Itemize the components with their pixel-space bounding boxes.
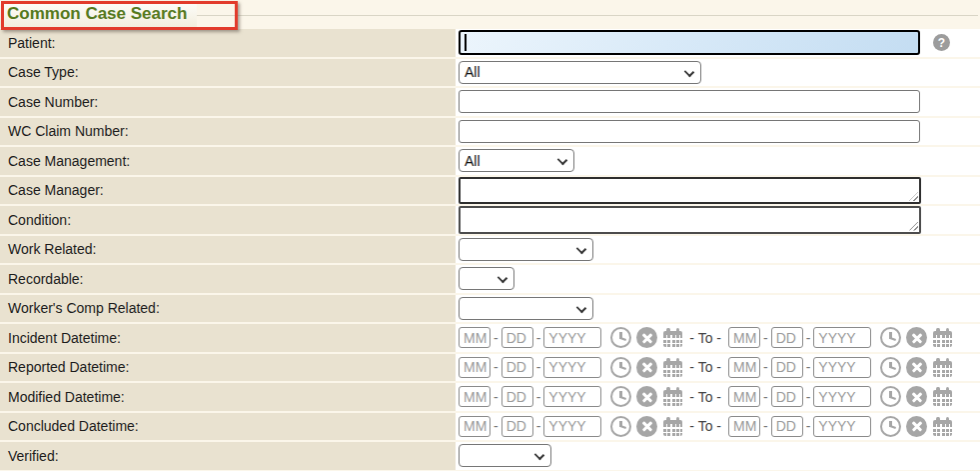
clock-icon[interactable] (880, 327, 901, 348)
clock-icon[interactable] (610, 327, 631, 348)
clear-circle-icon[interactable] (636, 327, 657, 348)
form-row-work-related: Work Related: (0, 236, 980, 264)
date-range-to-label: - To - (689, 389, 721, 405)
date-separator: - (536, 330, 541, 346)
field-cell (456, 236, 980, 264)
reported-datetime-to-group: - - (728, 357, 952, 378)
day-input[interactable] (771, 386, 803, 407)
clear-circle-icon[interactable] (636, 386, 657, 407)
month-input[interactable] (728, 327, 760, 348)
month-input[interactable] (459, 357, 490, 378)
calendar-icon[interactable] (933, 331, 952, 347)
incident-datetime-to-group: - - (728, 327, 952, 348)
date-separator: - (493, 418, 498, 434)
date-range-to-label: - To - (689, 359, 721, 375)
field-cell (456, 206, 980, 234)
condition-label: Condition: (8, 212, 71, 228)
date-separator: - (806, 330, 811, 346)
day-input[interactable] (501, 416, 533, 437)
clock-icon[interactable] (880, 357, 901, 378)
date-range-to-label: - To - (689, 418, 721, 434)
day-input[interactable] (501, 327, 533, 348)
clear-circle-icon[interactable] (636, 416, 657, 437)
clear-circle-icon[interactable] (906, 327, 927, 348)
verified-select[interactable] (459, 444, 551, 467)
clock-icon[interactable] (880, 386, 901, 407)
month-input[interactable] (728, 416, 760, 437)
year-input[interactable] (543, 416, 601, 437)
year-input[interactable] (813, 386, 871, 407)
day-input[interactable] (771, 357, 803, 378)
calendar-icon[interactable] (933, 361, 952, 377)
chevron-down-icon (684, 67, 694, 77)
clear-circle-icon[interactable] (906, 357, 927, 378)
month-input[interactable] (728, 386, 760, 407)
clear-circle-icon[interactable] (906, 386, 927, 407)
year-input[interactable] (543, 327, 601, 348)
reported-datetime-label: Reported Datetime: (8, 359, 129, 375)
form-row-reported-datetime: Reported Datetime: - - - To - - - (0, 354, 980, 382)
field-label: Patient: (0, 29, 456, 57)
case-manager-textarea[interactable] (459, 177, 921, 205)
help-icon[interactable]: ? (933, 34, 950, 51)
date-separator: - (763, 418, 768, 434)
form-row-incident-datetime: Incident Datetime: - - - To - - - (0, 324, 980, 352)
workers-comp-related-label: Worker's Comp Related: (8, 300, 160, 316)
month-input[interactable] (459, 416, 490, 437)
clock-icon[interactable] (610, 357, 631, 378)
calendar-icon[interactable] (663, 361, 682, 377)
day-input[interactable] (501, 386, 533, 407)
case-type-select[interactable]: All (459, 61, 701, 84)
field-label: Worker's Comp Related: (0, 295, 456, 323)
case-management-select[interactable]: All (459, 149, 574, 172)
field-cell (456, 88, 980, 116)
patient-input-wrap (459, 30, 920, 55)
date-separator: - (493, 359, 498, 375)
form-row-case-number: Case Number: (0, 88, 980, 116)
recordable-select[interactable] (459, 267, 514, 290)
year-input[interactable] (813, 357, 871, 378)
year-input[interactable] (813, 416, 871, 437)
day-input[interactable] (771, 327, 803, 348)
clock-icon[interactable] (610, 416, 631, 437)
field-cell: - - - To - - - (456, 354, 980, 382)
field-cell (456, 265, 980, 293)
form-row-verified: Verified: (0, 442, 980, 470)
day-input[interactable] (501, 357, 533, 378)
case-number-input[interactable] (459, 90, 920, 113)
page-title: Common Case Search (0, 1, 197, 28)
clock-icon[interactable] (610, 386, 631, 407)
date-range-to-label: - To - (689, 330, 721, 346)
field-cell (456, 177, 980, 205)
calendar-icon[interactable] (933, 420, 952, 436)
calendar-icon[interactable] (663, 390, 682, 406)
year-input[interactable] (543, 386, 601, 407)
clock-icon[interactable] (880, 416, 901, 437)
field-label: Case Number: (0, 88, 456, 116)
date-separator: - (493, 330, 498, 346)
calendar-icon[interactable] (933, 390, 952, 406)
condition-textarea[interactable] (459, 206, 921, 234)
fieldset-rule (197, 15, 978, 16)
field-label: Case Type: (0, 59, 456, 87)
clear-circle-icon[interactable] (636, 357, 657, 378)
day-input[interactable] (771, 416, 803, 437)
wc-claim-number-input[interactable] (459, 120, 920, 143)
date-separator: - (763, 389, 768, 405)
year-input[interactable] (813, 327, 871, 348)
clear-circle-icon[interactable] (906, 416, 927, 437)
field-label: Recordable: (0, 265, 456, 293)
calendar-icon[interactable] (663, 420, 682, 436)
month-input[interactable] (459, 386, 490, 407)
date-separator: - (806, 359, 811, 375)
field-label: Concluded Datetime: (0, 413, 456, 441)
workers-comp-related-select[interactable] (459, 297, 593, 320)
field-cell: ? (456, 29, 980, 57)
work-related-select[interactable] (459, 238, 593, 261)
field-cell: - - - To - - - (456, 383, 980, 411)
patient-input[interactable] (459, 30, 920, 55)
month-input[interactable] (728, 357, 760, 378)
year-input[interactable] (543, 357, 601, 378)
month-input[interactable] (459, 327, 490, 348)
calendar-icon[interactable] (663, 331, 682, 347)
